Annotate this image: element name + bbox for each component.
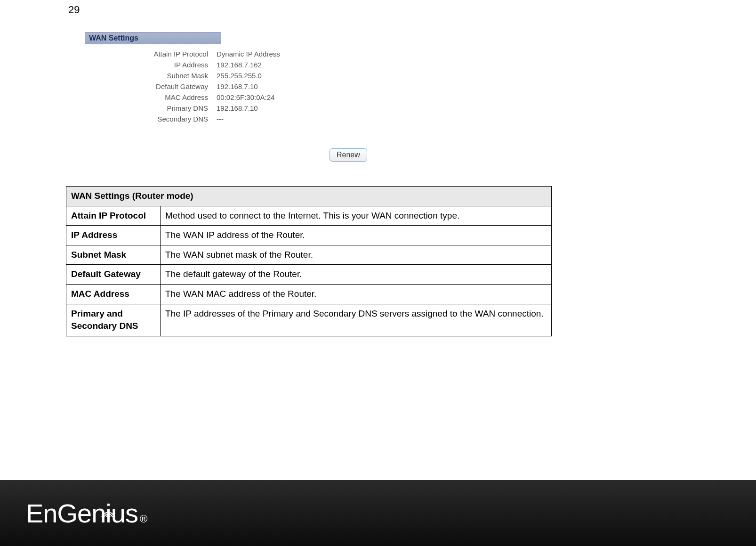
def-cell: The WAN MAC address of the Router. xyxy=(161,284,552,304)
term-cell: Attain IP Protocol xyxy=(66,206,161,226)
wan-value: Dynamic IP Address xyxy=(217,50,280,58)
wan-settings-panel: WAN Settings Attain IP Protocol Dynamic … xyxy=(85,32,377,126)
def-cell: The default gateway of the Router. xyxy=(161,265,552,285)
table-row: Subnet Mask The WAN subnet mask of the R… xyxy=(66,245,552,265)
term-cell: Primary and Secondary DNS xyxy=(66,304,161,336)
term-cell: MAC Address xyxy=(66,284,161,304)
term-cell: Default Gateway xyxy=(66,265,161,285)
wan-label: Default Gateway xyxy=(85,82,217,90)
wan-row-ip-address: IP Address 192.168.7.162 xyxy=(85,61,377,69)
wan-label: IP Address xyxy=(85,61,217,69)
wan-label: MAC Address xyxy=(85,93,217,101)
wan-row-default-gateway: Default Gateway 192.168.7.10 xyxy=(85,82,377,90)
wan-row-primary-dns: Primary DNS 192.168.7.10 xyxy=(85,104,377,112)
wan-label: Secondary DNS xyxy=(85,115,217,123)
table-header: WAN Settings (Router mode) xyxy=(66,187,552,206)
wan-value: 192.168.7.10 xyxy=(217,104,258,112)
wan-settings-description-table: WAN Settings (Router mode) Attain IP Pro… xyxy=(66,186,552,336)
table-row: Attain IP Protocol Method used to connec… xyxy=(66,206,552,226)
footer-bar: EnGen i us® xyxy=(0,480,756,546)
wan-label: Subnet Mask xyxy=(85,72,217,80)
logo-wave-icon xyxy=(99,493,118,503)
wan-value: 192.168.7.10 xyxy=(217,82,258,90)
wan-row-mac-address: MAC Address 00:02:6F:30:0A:24 xyxy=(85,93,377,101)
table-row: IP Address The WAN IP address of the Rou… xyxy=(66,226,552,245)
wan-row-subnet-mask: Subnet Mask 255.255.255.0 xyxy=(85,72,377,80)
table-row: Default Gateway The default gateway of t… xyxy=(66,265,552,285)
page-number: 29 xyxy=(68,4,80,16)
engenius-logo: EnGen i us® xyxy=(26,498,147,529)
wan-value: 255.255.255.0 xyxy=(217,72,262,80)
renew-button[interactable]: Renew xyxy=(330,148,367,162)
wan-row-attain-ip: Attain IP Protocol Dynamic IP Address xyxy=(85,50,377,58)
wan-value: 00:02:6F:30:0A:24 xyxy=(217,93,274,101)
wan-row-secondary-dns: Secondary DNS --- xyxy=(85,115,377,123)
wan-label: Primary DNS xyxy=(85,104,217,112)
registered-mark: ® xyxy=(140,513,147,525)
logo-i: i xyxy=(105,498,111,529)
def-cell: The IP addresses of the Primary and Seco… xyxy=(161,304,552,336)
wan-label: Attain IP Protocol xyxy=(85,50,217,58)
wan-value: 192.168.7.162 xyxy=(217,61,262,69)
def-cell: Method used to connect to the Internet. … xyxy=(161,206,552,226)
logo-prefix: EnGen xyxy=(26,498,105,529)
wan-settings-header: WAN Settings xyxy=(85,32,221,44)
wan-value: --- xyxy=(217,115,224,123)
wan-fields: Attain IP Protocol Dynamic IP Address IP… xyxy=(85,50,377,123)
table-row: Primary and Secondary DNS The IP address… xyxy=(66,304,552,336)
def-cell: The WAN subnet mask of the Router. xyxy=(161,245,552,265)
table-row: MAC Address The WAN MAC address of the R… xyxy=(66,284,552,304)
term-cell: IP Address xyxy=(66,226,161,245)
def-cell: The WAN IP address of the Router. xyxy=(161,226,552,245)
term-cell: Subnet Mask xyxy=(66,245,161,265)
